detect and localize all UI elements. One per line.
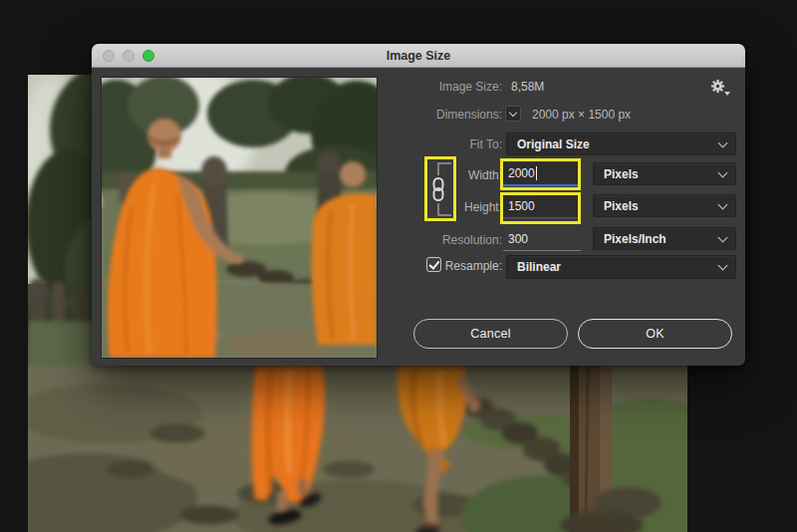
chevron-down-icon	[718, 199, 728, 209]
chevron-down-icon	[718, 232, 728, 242]
cancel-button[interactable]: Cancel	[413, 319, 568, 349]
image-size-dialog: Image Size	[92, 44, 745, 366]
chevron-down-icon	[509, 109, 517, 117]
resolution-value: 300	[508, 232, 528, 246]
ok-button[interactable]: OK	[578, 319, 732, 349]
chevron-down-icon	[718, 137, 728, 147]
image-size-label: Image Size:	[92, 80, 502, 94]
chevron-down-icon	[718, 261, 728, 271]
width-highlight-box	[500, 158, 581, 190]
resolution-input[interactable]: 300	[503, 227, 581, 251]
dialog-title: Image Size	[92, 44, 745, 68]
dimensions-unit-dropdown[interactable]	[505, 106, 521, 122]
dialog-titlebar[interactable]: Image Size	[92, 44, 745, 68]
gear-icon[interactable]	[710, 79, 730, 97]
width-unit-dropdown[interactable]: Pixels	[593, 162, 736, 185]
height-unit-value: Pixels	[604, 199, 639, 213]
image-size-value: 8,58M	[511, 80, 544, 94]
fit-to-value: Original Size	[517, 137, 590, 151]
height-unit-dropdown[interactable]: Pixels	[593, 194, 736, 217]
fit-to-label: Fit To:	[92, 137, 502, 151]
dimensions-label: Dimensions:	[92, 108, 502, 122]
dimensions-value: 2000 px × 1500 px	[532, 108, 631, 122]
gear-dropdown-arrow-icon	[724, 92, 730, 96]
height-highlight-box	[500, 192, 581, 224]
resolution-unit-dropdown[interactable]: Pixels/Inch	[593, 227, 736, 250]
resolution-label: Resolution:	[92, 233, 502, 247]
fit-to-dropdown[interactable]: Original Size	[506, 133, 736, 155]
resolution-unit-value: Pixels/Inch	[604, 232, 666, 246]
resample-label: Resample:	[92, 259, 502, 273]
resample-dropdown[interactable]: Bilinear	[506, 255, 736, 279]
resample-value: Bilinear	[517, 260, 561, 274]
link-highlight-box	[424, 156, 456, 221]
chevron-down-icon	[718, 167, 728, 177]
width-unit-value: Pixels	[604, 167, 639, 181]
